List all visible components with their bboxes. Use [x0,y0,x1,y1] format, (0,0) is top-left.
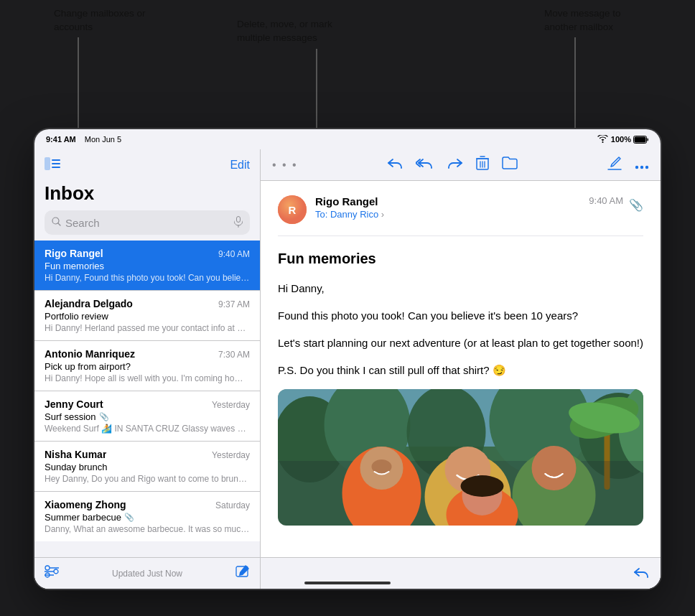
email-item-alejandra[interactable]: Alejandra Delgado 9:37 AM Portfolio revi… [34,291,260,341]
svg-rect-3 [45,157,50,170]
email-subject: Pick up from airport? [45,361,250,372]
annotation-mailboxes: Change mailboxes oraccounts [54,7,146,34]
folder-icon[interactable] [502,157,518,173]
email-preview: Weekend Surf 🏄 IN SANTA CRUZ Glassy wave… [45,424,250,434]
email-item-jenny[interactable]: Jenny Court Yesterday Surf session 📎 Wee… [34,391,260,442]
avatar: R [278,195,307,224]
wifi-icon [597,135,608,144]
inbox-panel: Edit Inbox Search [34,149,261,589]
email-sender: Antonio Manriquez [45,348,135,360]
svg-rect-4 [52,159,60,161]
search-placeholder: Search [65,217,230,229]
svg-point-0 [602,141,603,143]
email-list: Rigo Rangel 9:40 AM Fun memories Hi Dann… [34,241,260,557]
inbox-title: Inbox [34,181,260,210]
main-content: Edit Inbox Search [34,149,661,589]
email-photo [278,389,643,526]
edit-button[interactable]: Edit [230,159,250,172]
message-to: To: Danny Rico › [315,209,580,220]
email-subject: Sunday brunch [45,462,250,472]
status-bar-right: 100% [597,135,649,144]
annotation-move: Move message toanother mailbox [544,7,621,34]
email-subject: Fun memories [45,261,250,271]
svg-text:R: R [289,204,297,216]
filter-icon[interactable] [45,565,59,582]
annotation-line-2 [316,49,317,137]
attachment-icon: 📎 [124,513,134,522]
status-date: Mon Jun 5 [85,135,121,144]
status-bar: 9:41 AM Mon Jun 5 100% [34,129,661,149]
email-preview: Hi Danny, Found this photo you took! Can… [45,273,250,283]
email-time: 9:40 AM [218,249,250,259]
annotation-multiple: Delete, move, or markmultiple messages [237,18,332,45]
email-time: 9:37 AM [218,299,250,309]
svg-rect-5 [52,163,60,164]
email-time: 7:30 AM [218,350,250,360]
svg-rect-6 [52,167,60,168]
svg-rect-9 [237,216,241,222]
message-toolbar: • • • [261,149,661,181]
email-item-xiaomeng[interactable]: Xiaomeng Zhong Saturday Summer barbecue … [34,492,260,541]
svg-line-8 [58,223,60,225]
search-bar[interactable]: Search [45,210,250,235]
inbox-bottom-bar: Updated Just Now [34,557,260,589]
message-meta-right: 9:40 AM 📎 [589,195,643,212]
email-subject: Portfolio review [45,311,250,322]
message-panel: • • • [261,149,661,589]
body-line-2: Found this photo you took! Can you belie… [278,307,643,325]
reply-bottom-icon[interactable] [633,566,649,582]
message-content: R Rigo Rangel To: Danny Rico › 9:40 AM [261,181,661,557]
email-time: Yesterday [212,400,250,410]
sidebar-toggle-icon[interactable] [45,157,60,174]
email-sender: Xiaomeng Zhong [45,499,126,510]
battery-icon: 100% [611,135,649,144]
email-sender: Alejandra Delgado [45,298,133,309]
svg-point-49 [461,475,504,497]
message-header: R Rigo Rangel To: Danny Rico › 9:40 AM [278,195,643,236]
svg-point-10 [45,566,50,570]
svg-point-46 [532,446,577,490]
svg-point-25 [645,165,648,168]
attachment-icon: 📎 [99,412,109,421]
email-sender: Jenny Court [45,398,103,410]
body-line-4: P.S. Do you think I can still pull off t… [278,362,643,379]
body-line-1: Hi Danny, [278,280,643,297]
home-indicator [304,582,391,584]
inbox-toolbar: Edit [34,149,260,181]
toolbar-dots: • • • [272,159,298,172]
compose-icon[interactable] [235,564,250,582]
email-sender: Nisha Kumar [45,449,106,460]
svg-point-23 [635,165,638,168]
search-icon [52,217,61,228]
annotation-line-3 [574,37,576,136]
message-meta: Rigo Rangel To: Danny Rico › [315,195,580,220]
email-sender: Rigo Rangel [45,248,103,259]
compose-message-icon[interactable] [607,156,622,174]
email-preview: Danny, What an awesome barbecue. It was … [45,524,250,534]
toolbar-actions [387,156,518,174]
reply-all-icon[interactable] [416,157,434,173]
trash-icon[interactable] [476,156,489,174]
annotation-line-1 [78,37,79,136]
forward-icon[interactable] [447,157,463,173]
status-time: 9:41 AM [46,135,76,144]
microphone-icon[interactable] [234,216,243,230]
email-item-rigo[interactable]: Rigo Rangel 9:40 AM Fun memories Hi Dann… [34,241,260,291]
svg-point-24 [640,165,643,168]
email-subject: Summer barbecue 📎 [45,512,250,523]
email-preview: Hey Danny, Do you and Rigo want to come … [45,474,250,484]
more-options-icon[interactable] [635,159,649,172]
body-line-3: Let's start planning our next adventure … [278,335,643,352]
toolbar-right [607,156,649,174]
email-time: Saturday [215,500,250,510]
reply-icon[interactable] [387,157,403,173]
message-from: Rigo Rangel [315,195,580,207]
ipad-frame: 9:41 AM Mon Jun 5 100% [34,129,661,589]
svg-point-12 [54,569,58,574]
attachment-clip-icon: 📎 [629,198,643,212]
email-item-antonio[interactable]: Antonio Manriquez 7:30 AM Pick up from a… [34,341,260,391]
email-time: Yesterday [212,450,250,460]
message-body: Hi Danny, Found this photo you took! Can… [278,280,643,379]
email-preview: Hi Danny! Herland passed me your contact… [45,323,250,333]
email-item-nisha[interactable]: Nisha Kumar Yesterday Sunday brunch Hey … [34,442,260,492]
